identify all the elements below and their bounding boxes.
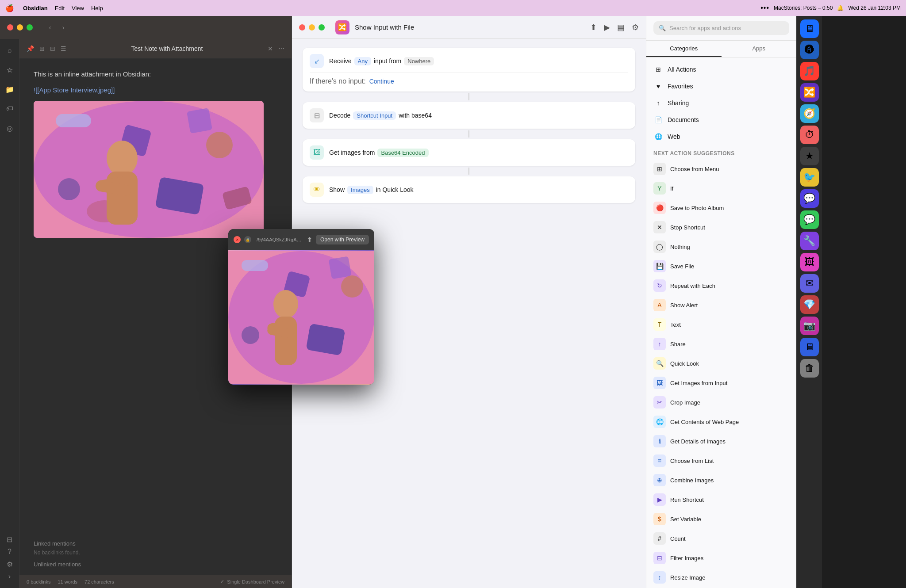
- suggestion-text[interactable]: T Text: [646, 315, 796, 334]
- receive-any-pill[interactable]: Any: [354, 57, 371, 65]
- suggestion-image-details[interactable]: ℹ Get Details of Images: [646, 431, 796, 451]
- suggestion-repeat-each[interactable]: ↻ Repeat with Each: [646, 276, 796, 295]
- suggestion-if[interactable]: Y If: [646, 179, 796, 198]
- tab-apps[interactable]: Apps: [722, 41, 797, 57]
- suggestion-set-variable[interactable]: $ Set Variable: [646, 509, 796, 529]
- shortcuts-minimize-button[interactable]: [309, 24, 315, 31]
- suggestion-save-file[interactable]: 💾 Save File: [646, 256, 796, 276]
- dock-photos2-icon[interactable]: 📷: [800, 317, 819, 335]
- svg-point-10: [107, 141, 138, 176]
- svg-rect-18: [329, 256, 352, 279]
- dock-reeder-icon[interactable]: ★: [800, 147, 819, 165]
- suggestion-quick-look[interactable]: 🔍 Quick Look: [646, 354, 796, 373]
- category-documents[interactable]: 📄 Documents: [646, 111, 796, 128]
- minimize-button[interactable]: [17, 24, 23, 31]
- get-images-label: Get images from: [329, 149, 375, 156]
- suggestion-run-shortcut[interactable]: ▶ Run Shortcut: [646, 490, 796, 509]
- ql-share-icon[interactable]: ⬆: [307, 236, 312, 244]
- maximize-button[interactable]: [27, 24, 33, 31]
- pin-icon[interactable]: 📌: [27, 45, 34, 52]
- suggestion-filter-images[interactable]: ⊟ Filter Images: [646, 548, 796, 568]
- sidebar-help-icon[interactable]: ?: [4, 546, 16, 558]
- shortcuts-titlebar: 🔀 Show Input with File ⬆ ▶ ▤ ⚙: [292, 16, 646, 39]
- sidebar-folder-icon[interactable]: 📁: [4, 83, 16, 95]
- category-web[interactable]: 🌐 Web: [646, 128, 796, 145]
- dock-finder-icon[interactable]: 🖥: [800, 19, 819, 38]
- sidebar-graph-icon[interactable]: ◎: [4, 122, 16, 134]
- category-favorites[interactable]: ♥ Favorites: [646, 78, 796, 95]
- suggestion-share[interactable]: ↑ Share: [646, 334, 796, 354]
- sidebar-starred-icon[interactable]: ☆: [4, 64, 16, 76]
- menubar-view[interactable]: View: [72, 5, 84, 11]
- actions-sidebar: 🔍 Search for apps and actions Categories…: [646, 16, 796, 588]
- table-icon[interactable]: ⊟: [50, 45, 55, 52]
- suggestion-choose-list[interactable]: ≡ Choose from List: [646, 451, 796, 470]
- suggestion-resize-image[interactable]: ↕ Resize Image: [646, 568, 796, 587]
- dock-safari-icon[interactable]: 🧭: [800, 104, 819, 123]
- tab-categories[interactable]: Categories: [646, 41, 722, 57]
- search-box[interactable]: 🔍 Search for apps and actions: [653, 21, 789, 35]
- dock-toolbox-icon[interactable]: 🔧: [800, 232, 819, 250]
- layout-split-icon[interactable]: ⊞: [39, 45, 45, 52]
- suggestion-count[interactable]: # Count: [646, 529, 796, 548]
- receive-nowhere-pill[interactable]: Nowhere: [404, 57, 434, 65]
- shortcut-name: Show Input with File: [355, 23, 585, 31]
- sidebar-toggle-icon[interactable]: ☰: [61, 45, 66, 52]
- dock-trash-icon[interactable]: 🗑: [800, 359, 819, 378]
- suggestion-crop-image[interactable]: ✂ Crop Image: [646, 393, 796, 412]
- show-images-pill[interactable]: Images: [347, 186, 373, 194]
- dock-birdy-icon[interactable]: 🐦: [800, 168, 819, 187]
- dock-pockity-icon[interactable]: ⏱: [800, 126, 819, 144]
- decode-shortcut-input-pill[interactable]: Shortcut Input: [353, 111, 396, 120]
- sidebar-expand-icon[interactable]: ›: [4, 570, 16, 583]
- settings-shortcut-icon[interactable]: ⚙: [632, 23, 639, 32]
- more-options-icon[interactable]: ⋯: [278, 45, 284, 52]
- suggestion-show-alert[interactable]: A Show Alert: [646, 295, 796, 315]
- ql-lock-button[interactable]: 🔒: [244, 236, 251, 243]
- ql-open-button[interactable]: Open with Preview: [316, 235, 369, 244]
- suggestion-get-images-input[interactable]: 🖼 Get Images from Input: [646, 373, 796, 393]
- dock-spark-icon[interactable]: ✉: [800, 274, 819, 293]
- dock-messages-icon[interactable]: 💬: [800, 210, 819, 229]
- dock-sysbar-icon[interactable]: 🖥: [800, 338, 819, 356]
- sidebar-tag-icon[interactable]: 🏷: [4, 103, 16, 115]
- continue-button[interactable]: Continue: [369, 78, 394, 85]
- get-images-base64-pill[interactable]: Base64 Encoded: [377, 149, 428, 157]
- note-image-link[interactable]: ![[App Store Interview.jpeg]]: [34, 86, 115, 94]
- share-shortcut-icon[interactable]: ⬆: [590, 23, 597, 32]
- ql-close-button[interactable]: ✕: [234, 236, 241, 243]
- dock-shortcuts-icon[interactable]: 🔀: [800, 83, 819, 102]
- dock-music-icon[interactable]: 🎵: [800, 62, 819, 80]
- suggestion-stop-shortcut[interactable]: ✕ Stop Shortcut: [646, 218, 796, 237]
- resize-image-icon: ↕: [653, 571, 666, 584]
- suggestion-save-photo[interactable]: 🔴 Save to Photo Album: [646, 198, 796, 218]
- menubar-help[interactable]: Help: [91, 5, 103, 11]
- receive-label: Receive: [329, 57, 352, 65]
- suggestion-choose-menu[interactable]: ⊞ Choose from Menu: [646, 159, 796, 179]
- category-all-actions[interactable]: ⊞ All Actions: [646, 61, 796, 78]
- close-button[interactable]: [7, 24, 13, 31]
- category-sharing[interactable]: ↑ Sharing: [646, 95, 796, 111]
- shortcuts-close-button[interactable]: [299, 24, 305, 31]
- menubar-edit[interactable]: Edit: [55, 5, 65, 11]
- run-shortcut-icon[interactable]: ▶: [604, 23, 610, 32]
- sidebar-settings-icon[interactable]: ⚙: [4, 558, 16, 570]
- sidebar-template-icon[interactable]: ⊟: [4, 533, 16, 546]
- dock-appstore-icon[interactable]: 🅐: [800, 41, 819, 59]
- forward-button[interactable]: ›: [58, 23, 68, 32]
- dock-crystal-icon[interactable]: 💎: [800, 295, 819, 314]
- back-button[interactable]: ‹: [45, 23, 55, 32]
- menubar-app-name[interactable]: Obsidian: [23, 5, 48, 11]
- sidebar-search-icon[interactable]: ⌕: [4, 44, 16, 57]
- suggestion-combine-images[interactable]: ⊕ Combine Images: [646, 470, 796, 490]
- menubar-notification-icon[interactable]: 🔔: [837, 5, 844, 11]
- apple-menu-icon[interactable]: 🍎: [5, 4, 14, 12]
- sidebar-icon-left[interactable]: ▤: [617, 23, 625, 32]
- dock-discord-icon[interactable]: 💬: [800, 189, 819, 208]
- shortcuts-maximize-button[interactable]: [319, 24, 325, 31]
- close-note-icon[interactable]: ✕: [268, 45, 273, 52]
- dock-photosedit-icon[interactable]: 🖼: [800, 253, 819, 271]
- ql-toolbar: ✕ 🔒 /9j/4AAQSkZJRgAB... ⬆ Open with Prev…: [228, 229, 374, 250]
- suggestion-nothing[interactable]: ◯ Nothing: [646, 237, 796, 256]
- suggestion-web-page[interactable]: 🌐 Get Contents of Web Page: [646, 412, 796, 431]
